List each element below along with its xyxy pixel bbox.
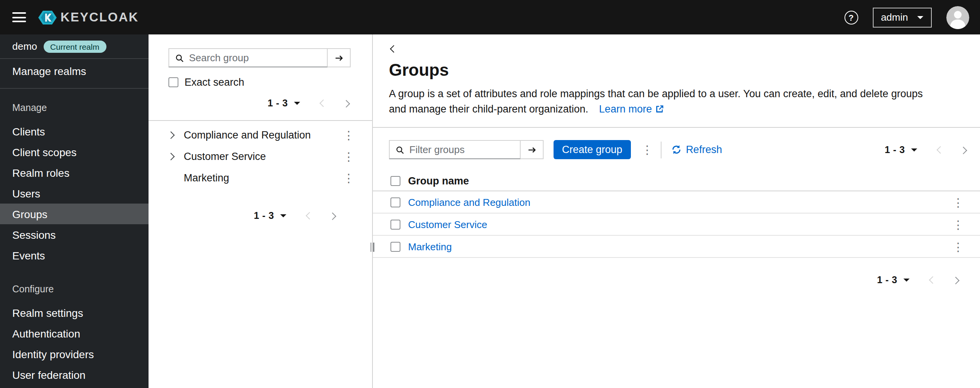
page-title: Groups [389,60,937,80]
group-link[interactable]: Marketing [408,241,452,252]
group-search [168,48,351,67]
groups-page: Groups A group is a set of attributes an… [373,34,980,388]
nav-section-manage: Manage [0,89,149,121]
sidebar-item-events[interactable]: Events [0,245,149,266]
brand-name: KEYCLOAK [60,10,139,24]
pagination-next-button[interactable] [330,212,337,219]
pagination-prev-button[interactable] [318,100,325,107]
keycloak-logo[interactable]: KEYCLOAK [38,8,139,26]
kebab-menu-icon[interactable]: ⋮ [343,150,351,162]
realm-switcher[interactable]: demo Current realm [0,34,149,59]
pagination-prev-button[interactable] [305,212,312,219]
groups-toolbar: Create group ⋮ Refresh 1 - 3 [373,128,980,159]
table-row: Marketing ⋮ [373,236,980,258]
kebab-menu-icon[interactable]: ⋮ [952,241,960,252]
page-header: Groups A group is a set of attributes an… [373,57,980,127]
groups-table: Group name Compliance and Regulation ⋮ C… [373,171,980,258]
user-menu-dropdown[interactable]: admin [872,7,932,27]
masthead: KEYCLOAK ? admin [0,0,980,34]
avatar[interactable] [946,6,969,29]
kebab-menu-icon[interactable]: ⋮ [952,218,960,230]
search-submit-button[interactable] [328,48,351,67]
create-group-button[interactable]: Create group [554,140,631,159]
expand-toggle-icon[interactable] [168,131,179,138]
group-search-input[interactable] [189,52,321,64]
sidebar-item-manage-realms[interactable]: Manage realms [0,59,149,83]
sidebar-item-clients[interactable]: Clients [0,121,149,142]
pagination-next-button[interactable] [961,146,968,153]
kebab-menu-icon[interactable]: ⋮ [952,196,960,208]
group-link[interactable]: Customer Service [408,218,487,230]
help-icon[interactable]: ? [844,10,858,24]
pagination-prev-button[interactable] [936,146,942,153]
sidebar-item-user-federation[interactable]: User federation [0,364,149,385]
row-checkbox[interactable] [390,241,400,251]
learn-more-link[interactable]: Learn more [599,103,664,114]
filter-groups-input[interactable] [409,144,514,155]
exact-search: Exact search [168,77,351,88]
sidebar-item-identity-providers[interactable]: Identity providers [0,344,149,364]
caret-down-icon [911,148,917,151]
pagination-prev-button[interactable] [928,277,935,284]
caret-down-icon [903,279,910,282]
table-row: Customer Service ⋮ [373,214,980,236]
pagination-next-button[interactable] [344,100,351,107]
arrow-right-icon [334,53,343,62]
pagination-menu-toggle[interactable]: 1 - 3 [268,98,300,109]
divider [661,141,662,158]
nav-toggle-icon[interactable] [12,12,26,22]
arrow-right-icon [527,145,536,154]
divider [149,120,372,121]
refresh-icon [671,145,681,155]
sidebar-item-sessions[interactable]: Sessions [0,224,149,245]
row-checkbox[interactable] [390,219,400,229]
collapse-panel-button[interactable] [389,45,396,52]
row-checkbox[interactable] [390,197,400,207]
expand-toggle-icon[interactable] [168,153,179,160]
chevron-right-icon [953,277,960,284]
tree-item-label[interactable]: Compliance and Regulation [184,129,311,140]
chevron-left-icon [318,100,325,107]
page-description: A group is a set of attributes and role … [389,86,934,116]
table-pagination-top: 1 - 3 [885,144,968,155]
tree-item-label[interactable]: Marketing [184,172,229,183]
filter-groups-box [389,140,521,159]
group-link[interactable]: Compliance and Regulation [408,196,530,208]
sidebar-item-groups[interactable]: Groups [0,204,149,224]
masthead-actions: ? admin [844,6,969,29]
chevron-right-icon [344,100,351,107]
pagination-next-button[interactable] [953,277,960,284]
sidebar-item-realm-settings[interactable]: Realm settings [0,302,149,323]
panel-resize-handle[interactable] [368,241,376,253]
nav-section-configure: Configure [0,266,149,302]
toolbar-kebab-icon[interactable]: ⋮ [642,144,649,155]
pagination-menu-toggle[interactable]: 1 - 3 [877,275,910,285]
sidebar: demo Current realm Manage realms Manage … [0,34,149,388]
chevron-left-icon [936,146,942,153]
page-layout: demo Current realm Manage realms Manage … [0,34,980,388]
select-all-checkbox[interactable] [390,176,400,186]
keycloak-logo-icon [38,8,57,26]
sidebar-item-authentication[interactable]: Authentication [0,323,149,344]
chevron-left-icon [389,45,396,52]
current-realm-badge: Current realm [43,40,106,52]
filter-submit-button[interactable] [521,140,544,159]
sidebar-item-users[interactable]: Users [0,183,149,204]
exact-search-checkbox[interactable] [168,77,178,87]
refresh-button[interactable]: Refresh [671,144,722,155]
kebab-menu-icon[interactable]: ⋮ [343,129,351,140]
pagination-range: 1 - 3 [254,210,274,221]
tree-item-label[interactable]: Customer Service [184,150,266,162]
avatar-icon [946,6,969,29]
chevron-down-icon [917,16,923,19]
search-icon [396,145,404,154]
username: admin [881,11,908,23]
pagination-menu-toggle[interactable]: 1 - 3 [254,210,286,221]
filter-groups [389,140,544,159]
keycloak-admin-console: KEYCLOAK ? admin demo Curr [0,0,980,388]
chevron-left-icon [928,277,935,284]
sidebar-item-client-scopes[interactable]: Client scopes [0,142,149,162]
kebab-menu-icon[interactable]: ⋮ [343,172,351,183]
sidebar-item-realm-roles[interactable]: Realm roles [0,162,149,183]
pagination-menu-toggle[interactable]: 1 - 3 [885,144,917,155]
